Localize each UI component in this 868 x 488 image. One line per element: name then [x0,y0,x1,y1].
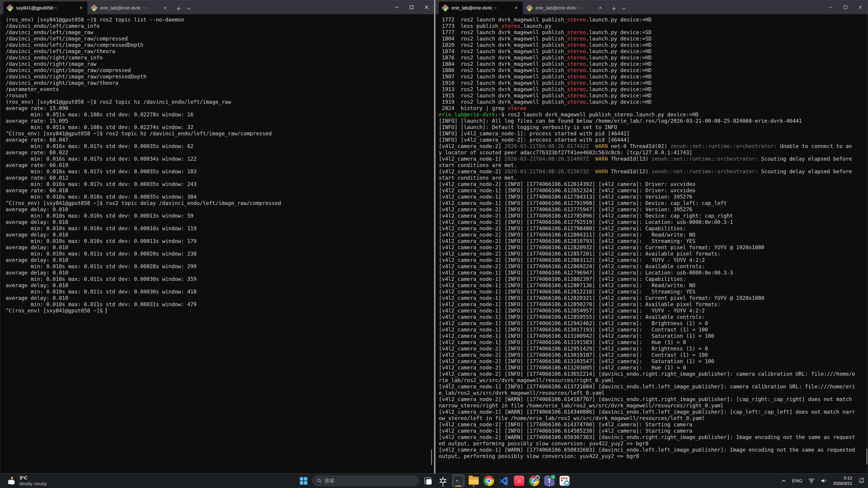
taskbar-item-music[interactable]: ♫ [513,475,525,487]
terminal-line: [v4l2_camera_node-1] [INFO] [1774066106.… [439,428,855,434]
tab-title: erie_lab@erie-dvrk: ~ [535,5,594,11]
terminal-line: [v4l2_camera_node-1] [INFO] [1774066106.… [439,339,855,346]
terminal-line: min: 0.010s max: 0.010s std dev: 0.00010… [6,225,434,232]
terminal-line: /parameter_events [6,86,434,92]
terminal-line: [v4l2_camera_node-1] [INFO] [1774066106.… [439,282,855,289]
terminal-output-left[interactable]: (ros_env) [sxy841@gput058 ~]$ ros2 topic… [0,14,434,314]
maximize-button[interactable] [838,0,853,14]
terminal-line: ^C(ros_env) [sxy841@gput058 ~]$ ros2 top… [6,130,434,137]
tab-erie-lab-1[interactable]: erie_lab@erie-dvrk: ~ × [439,2,523,14]
terminal-line: [v4l2_camera_node-1] [INFO] [1774066106.… [439,269,855,276]
taskbar-item-file-explorer[interactable] [468,475,480,487]
close-tab-icon[interactable]: × [597,4,604,11]
terminal-line: (ros_env) [sxy841@gput058 ~]$ ros2 topic… [6,99,434,105]
terminal-line: average rate: 60.022 [6,149,434,156]
terminal-line: [v4l2_camera_node-2] 2026-03-21T04:08:26… [439,143,855,156]
terminal-line: [v4l2_camera_node-2] [INFO] [1774066106.… [439,358,855,364]
teams-icon: T ✓ [544,476,555,486]
tab-title: erie_lab@erie-dvrk: ~ [100,5,159,11]
terminal-line: min: 0.010s max: 0.011s std dev: 0.00031… [6,301,434,307]
taskbar-item-chrome[interactable] [483,475,495,487]
taskbar-item-terminal[interactable]: >_ [452,475,465,487]
bell-dnd-icon: z z [858,477,865,484]
terminal-line: [v4l2_camera_node-1] [INFO] [1774066106.… [439,200,855,206]
terminal-line: [v4l2_camera_node-1] [INFO] [1774066106.… [439,295,855,301]
minimize-button[interactable] [389,0,404,14]
terminal-line: min: 0.016s max: 0.017s std dev: 0.00035… [6,168,434,175]
terminal-line: [v4l2_camera_node-1] [INFO] [1774066106.… [439,314,855,320]
terminal-line: /davinci_endo/right/image_raw [6,61,434,67]
terminal-line: average delay: 0.010 [6,232,434,238]
taskbar-item-chatgpt[interactable] [437,475,449,487]
language-indicator[interactable]: ENG [792,478,802,484]
weather-condition: Mostly cloudy [20,481,47,487]
notification-center-button[interactable]: z z [858,477,865,484]
tab-sxy841[interactable]: sxy841@gput058:~ × [3,2,88,14]
network-button[interactable] [808,478,815,484]
terminal-line: 1772 ros2 launch dvrk_magewell publish_s… [439,17,855,23]
terminal-line: min: 0.051s max: 0.108s std dev: 0.02274… [6,124,434,130]
close-tab-icon[interactable]: × [513,4,520,11]
system-tray: ENG 0:12 2026/3/21 z z [781,474,865,488]
terminal-line: (ros_env) [sxy841@gput058 ~]$ ros2 topic… [6,17,434,23]
tray-overflow-button[interactable] [781,479,786,482]
window-controls [389,0,434,14]
search-input[interactable]: 搜索 [313,476,419,486]
terminal-line: [INFO] [v4l2_camera_node-2]: process sta… [439,137,855,143]
clock-date: 2026/3/21 [833,481,852,486]
start-button[interactable] [298,475,310,487]
new-tab-button[interactable] [174,3,184,14]
sun-behind-cloud-icon [6,476,16,486]
terminal-line: [v4l2_camera_node-2] [INFO] [1774066106.… [439,371,855,383]
terminal-line: /davinci_endo/left/image_raw [6,29,434,35]
tab-dropdown-button[interactable] [619,3,629,14]
terminal-line: average delay: 0.010 [6,269,434,276]
terminal-line: min: 0.010s max: 0.010s std dev: 0.00013… [6,213,434,219]
taskbar-item-teams[interactable]: T ✓ [544,475,556,487]
terminal-line: average delay: 0.010 [6,282,434,289]
terminal-line: average rate: 60.019 [6,162,434,168]
terminal-line: [v4l2_camera_node-2] [INFO] [1774066106.… [439,263,855,269]
close-button[interactable] [419,0,434,14]
terminal-line: 1910 ros2 launch dvrk_magewell publish_s… [439,80,855,86]
scrollbar-thumb[interactable] [431,449,432,465]
terminal-line: [v4l2_camera_node-2] [INFO] [1774066106.… [439,181,855,187]
maximize-button[interactable] [404,0,419,14]
close-tab-icon[interactable]: × [162,4,168,11]
speaker-icon [821,478,827,484]
task-view-icon [422,475,434,487]
terminal-line: [v4l2_camera_node-1] [INFO] [1774066106.… [439,187,855,194]
close-button[interactable] [853,0,868,14]
terminal-line: ^C(ros_env) [sxy841@gput058 ~]$ [6,307,434,314]
terminal-line: [v4l2_camera_node-1] [INFO] [1774066106.… [439,276,855,282]
taskbar-item-snipping-tool[interactable] [559,475,571,487]
terminal-output-right[interactable]: 1772 ros2 launch dvrk_magewell publish_s… [436,14,855,459]
volume-button[interactable] [821,478,827,484]
terminal-line: 1777 ros2 launch dvrk_magewell publish_s… [439,29,855,35]
terminal-line: /davinci_endo/right/camera_info [6,55,434,61]
terminal-line: min: 0.016s max: 0.017s std dev: 0.00034… [6,156,434,162]
tab-bar: sxy841@gput058:~ × erie_lab@erie-dvrk: ~… [0,0,434,14]
terminal-line: [v4l2_camera_node-1] [WARN] [1774066106.… [439,409,855,421]
chevron-up-icon [781,479,786,482]
new-tab-button[interactable] [609,3,619,14]
weather-widget[interactable]: 3°C Mostly cloudy [0,475,101,486]
taskbar: 3°C Mostly cloudy 搜索 [0,474,868,488]
tab-erie-lab[interactable]: erie_lab@erie-dvrk: ~ × [88,2,172,14]
tab-dropdown-button[interactable] [184,3,193,14]
tab-erie-lab-2[interactable]: erie_lab@erie-dvrk: ~ × [523,2,607,14]
terminal-line: 1874 ros2 launch dvrk_magewell publish_s… [439,48,855,55]
terminal-line: [v4l2_camera_node-1] [INFO] [1774066106.… [439,307,855,314]
taskbar-item-vscode[interactable] [498,475,510,487]
scrollbar-thumb[interactable] [866,449,867,464]
terminal-line: [INFO] [launch]: Default logging verbosi… [439,124,855,130]
close-tab-icon[interactable]: × [78,4,84,11]
terminal-line: /rosout [6,92,434,99]
terminal-line: 1907 ros2 launch dvrk_magewell publish_s… [439,73,855,80]
minimize-button[interactable] [823,0,838,14]
terminal-line: [v4l2_camera_node-1] [INFO] [1774066106.… [439,289,855,295]
task-view-button[interactable] [422,475,434,487]
terminal-line: average delay: 0.010 [6,244,434,251]
taskbar-item-chrome-capture[interactable] [528,475,540,487]
clock[interactable]: 0:12 2026/3/21 [833,475,852,486]
